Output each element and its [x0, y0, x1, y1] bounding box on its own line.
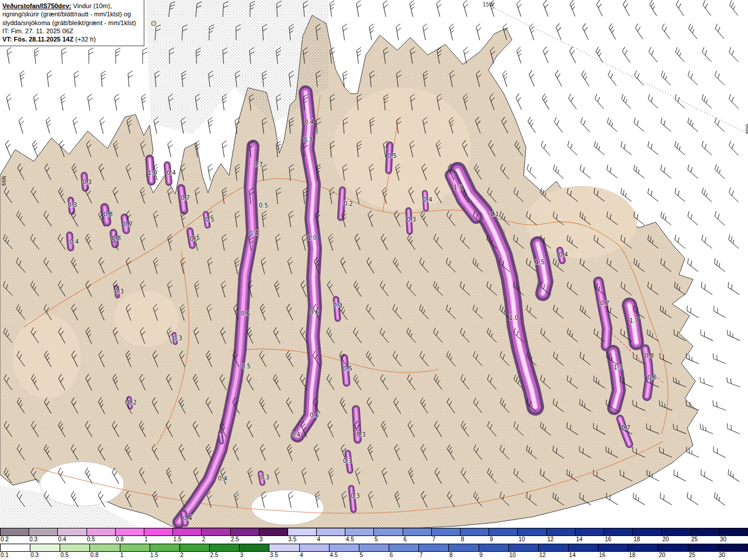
snow-colorbar	[0, 528, 748, 536]
rain-scale-segment	[598, 544, 628, 551]
precip-value-label: 0.5	[241, 363, 251, 369]
snow-scale-tick-label: 0.5	[86, 536, 115, 544]
precip-value-label: 0.8	[645, 352, 654, 359]
snow-scale-segment	[460, 528, 489, 535]
precip-value-label: 0.3	[351, 493, 360, 499]
rain-scale-segment	[60, 544, 90, 551]
info-line-rain: rigning/skúrir (grænt/blátt/rautt - mm/1…	[2, 10, 140, 18]
rain-scale-segment	[449, 544, 479, 551]
rain-scale-segment	[389, 544, 419, 551]
snow-scale-segment	[173, 528, 202, 535]
snow-scale-tick-label: 3.5	[288, 536, 316, 544]
rain-scale-tick-label: 25	[688, 552, 718, 559]
precip-value-label: 1.0	[509, 314, 518, 321]
rain-scale-segment	[30, 544, 60, 551]
precip-value-label: 0.5	[205, 216, 214, 223]
rain-scale-segment	[120, 544, 150, 551]
snow-scale-tick-label: 4.5	[345, 536, 374, 544]
rain-scale-segment	[1, 544, 30, 551]
precip-value-label: 0.2	[344, 201, 353, 207]
rain-scale-segment	[479, 544, 509, 551]
rain-scale-segment	[509, 544, 539, 551]
rain-scale-tick-label: 7	[419, 552, 449, 559]
precip-value-label: 0.7	[600, 300, 610, 306]
rain-scale-tick-label: 12	[539, 552, 569, 559]
graticule-label-right: 66N	[744, 124, 748, 134]
precip-value-label: 0.3	[407, 216, 416, 223]
snow-scale-tick-label: 2	[202, 536, 230, 544]
snow-scale-segment	[662, 528, 690, 535]
snow-scale-tick-label: 5	[374, 536, 403, 544]
snow-scale-segment	[691, 528, 719, 535]
info-line-valid-time: VT: Fös. 28.11.2025 14Z (+32 h)	[2, 35, 140, 43]
rain-scale-tick-label: 18	[628, 552, 658, 559]
snow-scale-segment	[345, 528, 374, 535]
snow-scale-segment	[576, 528, 604, 535]
rain-scale-tick-label: 4.5	[329, 552, 359, 559]
rain-scale-tick-label: 14	[569, 552, 598, 559]
rain-scale-tick-label: 0.5	[60, 552, 89, 559]
precip-value-label: 0.7	[123, 221, 133, 227]
precip-value-label: 1.0	[148, 170, 157, 176]
precip-value-label: 0.3	[303, 136, 313, 143]
rain-scale-segment	[419, 544, 449, 551]
precip-value-label: 0.3	[82, 179, 92, 185]
precip-value-label: 0.6	[310, 412, 319, 419]
snow-scale-segment	[259, 528, 288, 535]
rain-scale-tick-label: 1	[120, 552, 150, 559]
snow-scale-tick-label: 4	[317, 536, 345, 544]
rain-colorbar	[0, 544, 748, 552]
rain-scale-segment	[180, 544, 210, 551]
precip-value-label: 0.4	[218, 475, 227, 482]
rain-scale-segment	[628, 544, 658, 551]
snow-scale-tick-label: 25	[691, 536, 719, 544]
rain-scale-tick-label: 8	[449, 552, 479, 559]
precip-value-label: 0.7	[190, 236, 199, 242]
valid-time: VT: Fös. 28.11.2025 14Z	[2, 36, 74, 43]
precip-value-label: 0.7	[254, 161, 263, 168]
rain-scale-segment	[359, 544, 389, 551]
precip-value-label: 0.3	[173, 335, 182, 341]
model-name: Veðurstofan/IS750dev:	[2, 2, 71, 9]
rain-scale-tick-label: 2	[179, 552, 209, 559]
snow-scale-tick-label: 10	[518, 536, 546, 544]
precip-value-label: 1.1	[453, 184, 463, 191]
weather-forecast-map-page: 0.40.30.50.71.00.41.10.30.70.50.20.41.10…	[0, 0, 748, 560]
snow-scale-tick-label: 1.5	[172, 536, 201, 544]
rain-scale-segment	[539, 544, 569, 551]
precip-value-label: 1.7	[629, 317, 639, 324]
snow-scale-segment	[288, 528, 317, 535]
iceland-forecast-map: 0.40.30.50.71.00.41.10.30.70.50.20.41.10…	[0, 0, 748, 528]
precip-value-label: 0.6	[647, 374, 657, 381]
rain-scale-tick-label: 2.5	[209, 552, 239, 559]
precip-value-label: 0.3	[115, 288, 124, 295]
rain-scale-tick-label: 20	[658, 552, 688, 559]
rain-scale-segment	[240, 544, 269, 551]
snow-scale-tick-label: 0.3	[29, 536, 57, 544]
snow-scale-segment	[231, 528, 259, 535]
precip-value-label: 0.6	[310, 309, 319, 316]
graticule-label-left: 66N	[1, 176, 7, 186]
snow-scale-segment	[374, 528, 403, 535]
precip-value-label: 1.3	[614, 364, 623, 371]
precip-value-label: 0.5	[387, 153, 397, 159]
precip-value-label: 0.3	[356, 431, 366, 438]
precip-value-label: 0.3	[333, 302, 342, 309]
rain-scale-segment	[150, 544, 180, 551]
rain-scale-segment	[688, 544, 718, 551]
snow-scale-segment	[633, 528, 662, 535]
snow-scale-segment	[202, 528, 230, 535]
rain-scale-tick-label: 6	[389, 552, 419, 559]
snow-scale-segment	[29, 528, 58, 535]
rain-scale-tick-label: 0.1	[0, 552, 30, 559]
precip-value-label: 0.7	[621, 424, 631, 431]
precip-value-label: 0.4	[291, 431, 300, 438]
snow-scale-segment	[489, 528, 518, 535]
snow-scale-segment	[317, 528, 345, 535]
rain-scale-segment	[569, 544, 598, 551]
rain-scale-tick-label: 3	[240, 552, 269, 559]
precip-value-label: 0.3	[68, 202, 77, 208]
snow-scale-tick-label: 9	[489, 536, 518, 544]
snow-scale-segment	[604, 528, 633, 535]
precip-value-label: 1.1	[490, 211, 499, 217]
